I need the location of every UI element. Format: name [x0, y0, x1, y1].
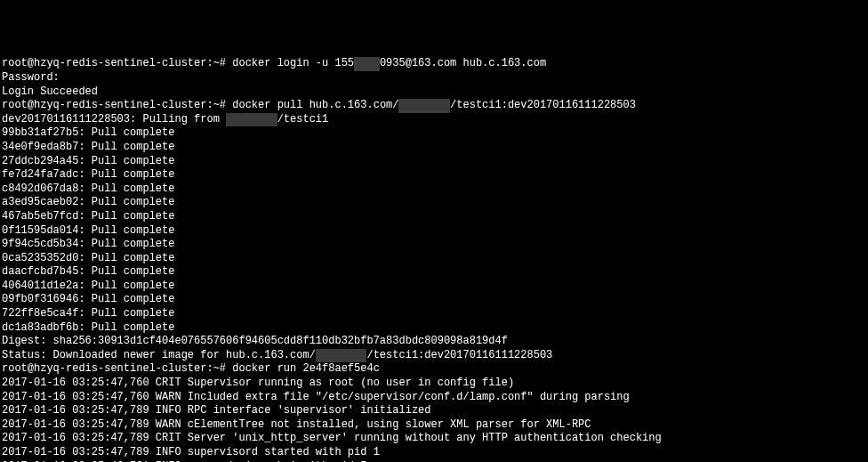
terminal-line: 34e0f9eda8b7: Pull complete	[2, 141, 866, 155]
terminal-line: a3ed95caeb02: Pull complete	[2, 196, 866, 210]
redacted-text	[316, 349, 367, 363]
output-text: a3ed95caeb02: Pull complete	[2, 196, 174, 208]
output-text: 09fb0f316946: Pull complete	[2, 293, 174, 305]
terminal-line: Digest: sha256:30913d1cf404e076557606f94…	[2, 335, 866, 349]
terminal-line: c8492d067da8: Pull complete	[2, 182, 866, 197]
output-text: 9f94c5cd5b34: Pull complete	[2, 238, 174, 250]
output-text: Digest: sha256:30913d1cf404e076557606f94…	[2, 335, 508, 347]
terminal-line: fe7d24fa7adc: Pull complete	[2, 168, 866, 182]
output-text: 2017-01-16 03:25:47,789 WARN cElementTre…	[2, 418, 591, 431]
command-text: docker login -u 155	[232, 57, 354, 69]
terminal-line: 2017-01-16 03:25:47,789 INFO supervisord…	[2, 446, 866, 460]
output-text: Status: Downloaded newer image for hub.c…	[2, 349, 316, 361]
output-text: 722ff8e5ca4f: Pull complete	[2, 307, 174, 320]
terminal-line: 2017-01-16 03:25:47,760 WARN Included ex…	[2, 391, 866, 405]
terminal-line: 2017-01-16 03:25:47,760 CRIT Supervisor …	[2, 377, 866, 391]
terminal-line: 0ca5235352d0: Pull complete	[2, 252, 866, 266]
terminal-window[interactable]: root@hzyq-redis-sentinel-cluster:~# dock…	[2, 57, 866, 462]
shell-prompt: root@hzyq-redis-sentinel-cluster:~#	[2, 362, 232, 375]
terminal-line: 467ab5eb7fcd: Pull complete	[2, 210, 866, 224]
output-text: dev20170116111228503: Pulling from	[2, 113, 226, 126]
output-text: 2017-01-16 03:25:47,789 INFO RPC interfa…	[2, 404, 430, 417]
terminal-line: root@hzyq-redis-sentinel-cluster:~# dock…	[2, 57, 866, 71]
output-text: Login Succeeded	[2, 85, 98, 98]
terminal-line: 2017-01-16 03:25:47,789 WARN cElementTre…	[2, 418, 866, 433]
terminal-line: 2017-01-16 03:25:47,789 CRIT Server 'uni…	[2, 432, 866, 446]
output-text: dc1a83adbf6b: Pull complete	[2, 321, 174, 334]
output-text: 4064011d1e2a: Pull complete	[2, 280, 174, 292]
terminal-line: daacfcbd7b45: Pull complete	[2, 265, 866, 280]
terminal-line: 4064011d1e2a: Pull complete	[2, 280, 866, 294]
output-text: 2017-01-16 03:25:47,760 CRIT Supervisor …	[2, 377, 514, 389]
output-text: fe7d24fa7adc: Pull complete	[2, 168, 174, 181]
terminal-line: 722ff8e5ca4f: Pull complete	[2, 307, 866, 321]
output-text: 2017-01-16 03:25:47,760 WARN Included ex…	[2, 391, 630, 403]
shell-prompt: root@hzyq-redis-sentinel-cluster:~#	[2, 99, 232, 111]
terminal-line: 0f11595da014: Pull complete	[2, 224, 866, 239]
redacted-text	[354, 57, 380, 71]
output-text: /testci1	[277, 113, 329, 126]
terminal-line: 9f94c5cd5b34: Pull complete	[2, 238, 866, 252]
output-text: c8492d067da8: Pull complete	[2, 182, 174, 195]
command-text: docker pull hub.c.163.com/	[232, 99, 398, 111]
output-text: 0f11595da014: Pull complete	[2, 224, 174, 237]
output-text: 99bb31af27b5: Pull complete	[2, 126, 174, 139]
terminal-line: 09fb0f316946: Pull complete	[2, 293, 866, 307]
terminal-line: 99bb31af27b5: Pull complete	[2, 126, 866, 141]
redacted-text	[226, 113, 277, 127]
terminal-line: Login Succeeded	[2, 85, 866, 100]
shell-prompt: root@hzyq-redis-sentinel-cluster:~#	[2, 57, 232, 69]
output-text: 467ab5eb7fcd: Pull complete	[2, 210, 174, 223]
output-text: 2017-01-16 03:25:47,789 CRIT Server 'uni…	[2, 432, 662, 444]
command-text: docker run 2e4f8aef5e4c	[232, 362, 380, 375]
terminal-line: Status: Downloaded newer image for hub.c…	[2, 349, 866, 363]
terminal-line: root@hzyq-redis-sentinel-cluster:~# dock…	[2, 99, 866, 113]
terminal-line: dc1a83adbf6b: Pull complete	[2, 321, 866, 336]
terminal-line: 27ddcb294a45: Pull complete	[2, 155, 866, 169]
command-text: 0935@163.com hub.c.163.com	[380, 57, 546, 69]
output-text: 27ddcb294a45: Pull complete	[2, 155, 174, 167]
output-text: 2017-01-16 03:25:47,789 INFO supervisord…	[2, 446, 380, 458]
redacted-text	[398, 99, 450, 113]
terminal-line: 2017-01-16 03:25:47,789 INFO RPC interfa…	[2, 404, 866, 418]
terminal-line: dev20170116111228503: Pulling from /test…	[2, 113, 866, 127]
output-text: 34e0f9eda8b7: Pull complete	[2, 141, 174, 153]
output-text: Password:	[2, 71, 60, 84]
output-text: daacfcbd7b45: Pull complete	[2, 265, 174, 278]
terminal-line: Password:	[2, 71, 866, 85]
command-text: /testci1:dev20170116111228503	[450, 99, 636, 111]
output-text: 0ca5235352d0: Pull complete	[2, 252, 174, 264]
output-text: /testci1:dev20170116111228503	[366, 349, 552, 361]
terminal-line: root@hzyq-redis-sentinel-cluster:~# dock…	[2, 362, 866, 377]
